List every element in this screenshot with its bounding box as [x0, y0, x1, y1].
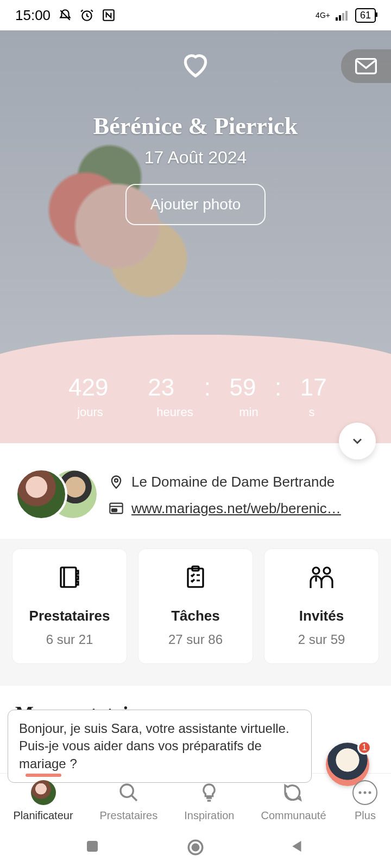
summary-cards: Prestataires 6 sur 21 Tâches 27 sur 86 I…: [0, 539, 391, 686]
android-back-button[interactable]: [289, 838, 307, 857]
avatar-user: [15, 468, 67, 520]
website-link: www.mariages.net/web/berenic…: [131, 500, 341, 517]
lightbulb-icon: [197, 780, 222, 805]
svg-rect-3: [339, 15, 341, 21]
svg-rect-4: [342, 13, 344, 21]
wedding-date: 17 Août 2024: [144, 148, 247, 168]
tasks-icon: [182, 564, 209, 590]
vendors-title: Prestataires: [29, 608, 110, 624]
countdown-mins: 59: [224, 374, 262, 401]
couple-names: Bérénice & Pierrick: [93, 112, 298, 140]
svg-rect-5: [345, 11, 348, 21]
vendors-count: 6 sur 21: [46, 632, 93, 647]
svg-rect-6: [356, 59, 376, 74]
chat-icon: [281, 780, 306, 805]
more-icon: [352, 780, 377, 805]
status-time: 15:00: [15, 7, 51, 24]
my-vendors-section: Mes prestataires Bonjour, je suis Sara, …: [0, 686, 391, 773]
location-pin-icon: [109, 474, 124, 489]
venue-name: Le Domaine de Dame Bertrande: [131, 474, 335, 490]
svg-rect-9: [112, 509, 117, 512]
add-photo-button[interactable]: Ajouter photo: [125, 184, 266, 225]
couple-avatars[interactable]: [15, 468, 97, 522]
guests-count: 2 sur 59: [298, 632, 345, 647]
svg-point-13: [313, 567, 319, 574]
heart-logo-icon: [180, 49, 211, 80]
svg-point-21: [192, 845, 198, 851]
assistant-chat-bubble[interactable]: Bonjour, je suis Sara, votre assistante …: [8, 710, 312, 783]
countdown-secs: 17: [294, 374, 332, 401]
countdown-days: 429: [59, 374, 118, 401]
nfc-icon: [102, 8, 116, 22]
battery-icon: 61: [355, 8, 376, 23]
nav-planner[interactable]: Planificateur: [13, 780, 73, 822]
signal-icon: [336, 10, 350, 21]
svg-point-17: [364, 791, 367, 794]
messages-button[interactable]: [341, 49, 391, 83]
svg-rect-10: [61, 567, 76, 587]
nav-inspiration[interactable]: Inspiration: [184, 780, 234, 822]
guests-title: Invités: [299, 608, 344, 624]
vendors-card[interactable]: Prestataires 6 sur 21: [12, 548, 127, 664]
assistant-badge: 1: [357, 741, 371, 755]
website-icon: [109, 501, 124, 516]
countdown-secs-label: s: [293, 405, 331, 419]
svg-point-18: [369, 791, 371, 794]
assistant-avatar[interactable]: 1: [326, 743, 369, 786]
countdown-mins-label: min: [230, 405, 268, 419]
search-icon: [116, 780, 141, 805]
nav-vendors[interactable]: Prestataires: [100, 780, 158, 822]
android-nav-bar: [0, 827, 391, 868]
vendors-icon: [56, 564, 83, 590]
nav-more[interactable]: Plus: [352, 780, 377, 822]
countdown-hours: 23: [131, 374, 191, 401]
svg-point-16: [359, 791, 362, 794]
expand-button[interactable]: [339, 423, 376, 459]
nav-planner-icon: [31, 780, 56, 805]
wedding-info-row: Le Domaine de Dame Bertrande www.mariage…: [0, 443, 391, 539]
android-recent-button[interactable]: [84, 838, 103, 857]
alarm-icon: [80, 8, 94, 22]
countdown-days-label: jours: [60, 405, 120, 419]
android-home-button[interactable]: [186, 838, 205, 857]
status-bar: 15:00 4G+ 61: [0, 0, 391, 30]
svg-rect-2: [336, 17, 338, 21]
guests-card[interactable]: Invités 2 sur 59: [264, 548, 379, 664]
countdown-hours-label: heures: [145, 405, 205, 419]
website-row[interactable]: www.mariages.net/web/berenic…: [109, 500, 376, 517]
mute-icon: [58, 8, 72, 22]
svg-rect-19: [87, 841, 98, 852]
svg-point-14: [324, 567, 330, 574]
svg-point-15: [121, 784, 133, 797]
hero-banner: Bérénice & Pierrick 17 Août 2024 Ajouter…: [0, 30, 391, 356]
tasks-title: Tâches: [171, 608, 220, 624]
tasks-count: 27 sur 86: [168, 632, 223, 647]
tasks-card[interactable]: Tâches 27 sur 86: [138, 548, 253, 664]
svg-point-7: [115, 479, 118, 482]
countdown-strip: 429 23 : 59 : 17 jours heures min s: [0, 356, 391, 443]
venue-row[interactable]: Le Domaine de Dame Bertrande: [109, 474, 376, 490]
network-label: 4G+: [316, 11, 330, 20]
nav-community[interactable]: Communauté: [261, 780, 326, 822]
guests-icon: [306, 564, 337, 590]
